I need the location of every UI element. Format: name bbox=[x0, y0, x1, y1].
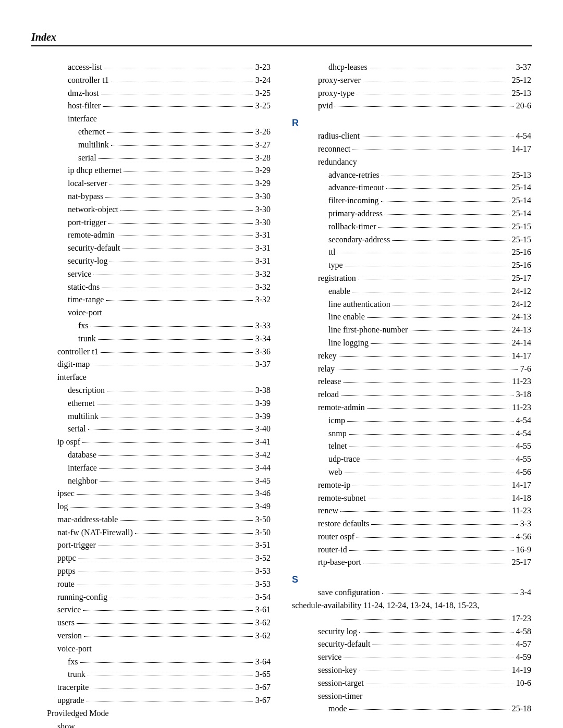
index-entry-page: 3-30 bbox=[255, 216, 271, 229]
index-entry-label: dmz-host bbox=[68, 87, 99, 100]
index-entry-label: reconnect bbox=[318, 143, 350, 156]
index-entry-label: mode bbox=[328, 702, 347, 715]
index-entry: network-object 3-30 bbox=[31, 203, 271, 216]
index-entry: route 3-53 bbox=[31, 578, 271, 591]
index-entry-page: 3-25 bbox=[255, 100, 271, 113]
index-entry: description 3-38 bbox=[31, 384, 271, 397]
index-entry: dmz-host 3-25 bbox=[31, 87, 271, 100]
index-entry: tracerpite 3-67 bbox=[31, 681, 271, 694]
index-entry: reload 3-18 bbox=[292, 388, 532, 401]
index-entry: service 3-61 bbox=[31, 603, 271, 616]
left-column: access-list 3-23controller t1 3-24dmz-ho… bbox=[31, 61, 271, 728]
index-entry: type 25-16 bbox=[292, 259, 532, 272]
index-entry: session-key 14-19 bbox=[292, 664, 532, 677]
index-entry-label: router-id bbox=[318, 544, 347, 557]
index-entry-label: ethernet bbox=[78, 126, 105, 139]
index-entry-label: dhcp-leases bbox=[328, 61, 368, 74]
index-entry-page: 3-30 bbox=[255, 203, 271, 216]
index-entry: trunk 3-34 bbox=[31, 332, 271, 346]
index-group: voice-port bbox=[31, 306, 271, 319]
index-entry-page: 25-16 bbox=[511, 259, 532, 272]
index-entry-page: 24-12 bbox=[511, 298, 532, 311]
index-entry-page: 24-12 bbox=[511, 285, 532, 298]
index-group: interface bbox=[31, 371, 271, 384]
index-entry: fxs 3-33 bbox=[31, 319, 271, 332]
index-entry-continuation: 17-23 bbox=[292, 612, 532, 625]
index-entry: multilink 3-39 bbox=[31, 410, 271, 423]
index-entry-label: registration bbox=[318, 272, 356, 285]
index-entry-label: database bbox=[68, 449, 96, 462]
index-entry-label: route bbox=[57, 578, 75, 591]
index-entry: serial 3-40 bbox=[31, 423, 271, 436]
index-entry-page: 7-6 bbox=[520, 363, 532, 376]
index-entry: restore defaults 3-3 bbox=[292, 517, 532, 530]
index-entry: pptps 3-53 bbox=[31, 565, 271, 578]
index-entry-page: 14-17 bbox=[511, 350, 532, 363]
index-entry-page: 3-26 bbox=[255, 126, 271, 139]
index-entry-page: 3-18 bbox=[516, 388, 532, 401]
index-entry: line enable 24-13 bbox=[292, 311, 532, 324]
index-entry-page: 4-54 bbox=[516, 130, 532, 143]
index-entry: ethernet 3-26 bbox=[31, 126, 271, 139]
index-entry: remote-admin 3-31 bbox=[31, 229, 271, 242]
index-entry-label: ttl bbox=[328, 246, 335, 259]
index-entry-label: local-server bbox=[68, 177, 107, 190]
index-entry-label: advance-retries bbox=[328, 169, 380, 182]
index-entry: enable 24-12 bbox=[292, 285, 532, 298]
index-entry: radius-client 4-54 bbox=[292, 130, 532, 143]
index-entry-label: serial bbox=[68, 423, 86, 436]
index-entry: security-log 3-31 bbox=[31, 255, 271, 268]
index-entry-page: 3-67 bbox=[255, 681, 271, 694]
index-entry-label: icmp bbox=[328, 414, 345, 427]
index-group: voice-port bbox=[31, 643, 271, 656]
index-entry: security-default 4-57 bbox=[292, 638, 532, 651]
index-entry-label: users bbox=[57, 616, 75, 630]
index-entry: router-id 16-9 bbox=[292, 544, 532, 557]
index-entry: access-list 3-23 bbox=[31, 61, 271, 74]
section-letter: R bbox=[292, 118, 532, 129]
index-entry-page: 3-25 bbox=[255, 87, 271, 100]
index-entry: schedule-availability 11-24, 12-24, 13-2… bbox=[292, 599, 532, 612]
index-entry-label: service bbox=[68, 268, 91, 281]
index-entry-page: 3-27 bbox=[255, 139, 271, 152]
index-entry-label: security-log bbox=[68, 255, 107, 268]
index-entry: web 4-56 bbox=[292, 466, 532, 479]
index-entry: udp-trace 4-55 bbox=[292, 453, 532, 466]
index-entry-page: 11-23 bbox=[511, 375, 532, 388]
index-entry: static-dns 3-32 bbox=[31, 281, 271, 294]
index-entry-label: rollback-timer bbox=[328, 220, 376, 233]
index-entry-page: 3-53 bbox=[255, 565, 271, 578]
index-entry-label: access-list bbox=[68, 61, 102, 74]
index-group: Proviledged Mode bbox=[31, 707, 271, 720]
index-entry: release 11-23 bbox=[292, 375, 532, 388]
index-entry-label: line logging bbox=[328, 337, 369, 350]
index-entry-page: 11-23 bbox=[511, 401, 532, 414]
columns: access-list 3-23controller t1 3-24dmz-ho… bbox=[31, 61, 532, 728]
index-entry: running-config 3-54 bbox=[31, 591, 271, 604]
index-entry-page: 3-23 bbox=[255, 61, 271, 74]
index-entry: telnet 4-55 bbox=[292, 440, 532, 453]
index-entry: multilink 3-27 bbox=[31, 139, 271, 152]
index-entry: filter-incoming 25-14 bbox=[292, 194, 532, 207]
index-entry-page: 4-57 bbox=[516, 638, 532, 651]
index-entry-label: pvid bbox=[318, 100, 333, 113]
index-entry-label: ip dhcp ethernet bbox=[68, 164, 121, 177]
index-entry: relay 7-6 bbox=[292, 363, 532, 376]
index-entry: security-default 3-31 bbox=[31, 242, 271, 255]
index-entry-label: description bbox=[68, 384, 105, 397]
index-entry-page: 3-29 bbox=[255, 177, 271, 190]
index-entry-page: 10-6 bbox=[516, 677, 532, 690]
index-entry-label: remote-admin bbox=[68, 229, 115, 242]
index-entry: fxs 3-64 bbox=[31, 656, 271, 669]
index-entry-page: 3-53 bbox=[255, 578, 271, 591]
index-entry-label: ipsec bbox=[57, 487, 75, 500]
index-entry-page: 3-34 bbox=[255, 332, 271, 346]
header-title: Index bbox=[31, 31, 56, 43]
index-entry-page: 3-52 bbox=[255, 552, 271, 565]
index-entry-page: 3-32 bbox=[255, 281, 271, 294]
index-entry-page: 25-14 bbox=[511, 194, 532, 207]
index-entry-page: 11-23 bbox=[511, 504, 532, 517]
index-entry-page: 3-32 bbox=[255, 268, 271, 281]
index-entry: service 3-32 bbox=[31, 268, 271, 281]
index-entry: digit-map 3-37 bbox=[31, 358, 271, 371]
